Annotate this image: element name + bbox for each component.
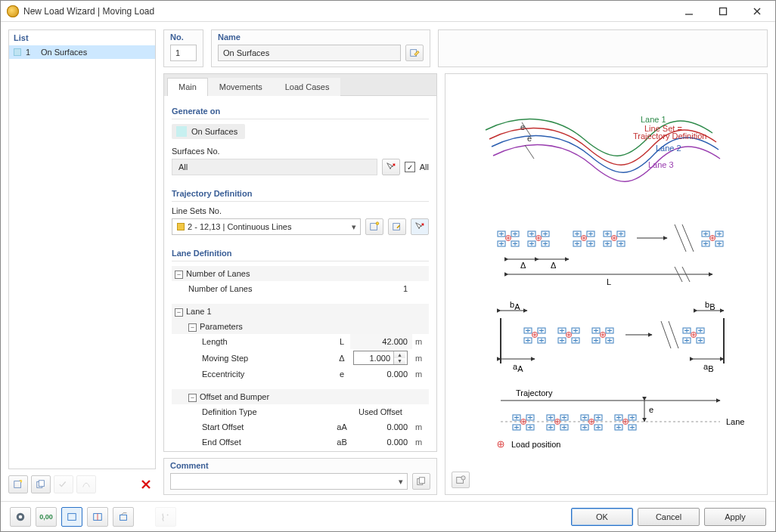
collapse-toggle-icon[interactable]: − [175,308,183,317]
list-header: List [9,30,155,45]
new-line-set-button[interactable] [365,218,383,235]
svg-line-63 [669,321,678,348]
tab-load-cases[interactable]: Load Cases [274,78,341,96]
svg-text:bA: bA [510,300,520,311]
collapse-toggle-icon[interactable]: − [175,271,183,279]
svg-rect-19 [419,478,424,484]
ok-button[interactable]: OK [571,508,633,526]
units-button[interactable]: 0,00 [36,507,57,527]
pick-line-set-button[interactable] [411,218,429,235]
svg-text:bB: bB [705,300,715,311]
svg-line-43 [525,145,534,159]
end-offset-value[interactable]: 0.000 [350,435,412,450]
svg-text:L: L [607,277,611,286]
chevron-down-icon: ▾ [399,477,403,487]
surfaces-type-icon [176,126,187,137]
svg-text:e: e [527,134,532,143]
svg-point-81 [19,515,23,518]
trajectory-header: Trajectory Definition [172,189,429,198]
generate-on-header: Generate on [172,107,429,116]
view-mode-1-button[interactable] [61,507,82,527]
svg-text:aB: aB [703,362,713,373]
svg-text:Lane 1: Lane 1 [641,115,666,124]
end-offset-label: End Offset [172,435,334,450]
script-button [155,507,176,527]
params-group: Parameters [200,322,243,331]
spin-up-icon[interactable]: ▲ [394,351,405,358]
illustration-area: Lane 1 Line Set = Trajectory Definition … [445,74,767,467]
length-value: 42.000 [350,334,412,349]
definition-type-label: Definition Type [172,404,334,419]
start-offset-label: Start Offset [172,419,334,435]
tab-strip: Main Movements Load Cases [167,77,436,96]
comment-library-button[interactable] [412,473,430,490]
no-header: No. [164,30,203,42]
num-lanes-value[interactable]: 1 [350,281,412,296]
name-field[interactable]: On Surfaces [218,45,401,61]
eccentricity-label: Eccentricity [172,367,334,382]
maximize-button[interactable] [706,2,740,21]
svg-point-79 [461,476,465,480]
tab-main[interactable]: Main [167,78,208,96]
svg-rect-7 [39,481,44,487]
edit-name-button[interactable] [405,45,424,61]
collapse-toggle-icon[interactable]: − [188,323,197,332]
start-offset-value[interactable]: 0.000 [350,419,412,435]
tab-movements[interactable]: Movements [208,78,274,96]
svg-rect-1 [719,8,726,14]
cancel-button[interactable]: Cancel [638,508,700,526]
name-header: Name [212,30,430,42]
eccentricity-value[interactable]: 0.000 [350,367,412,382]
svg-text:e: e [649,405,653,414]
comment-combo[interactable]: ▾ [170,473,408,490]
lane1-group: Lane 1 [186,307,212,316]
all-surfaces-label: All [420,162,429,172]
moving-step-label: Moving Step [172,349,334,367]
svg-text:Δ: Δ [520,261,526,270]
check-uncheck-button [54,475,73,493]
help-button[interactable] [10,507,31,527]
num-lanes-group: Number of Lanes [186,269,250,278]
diagram-settings-button[interactable] [452,472,470,488]
length-label: Length [172,334,334,349]
spin-down-icon[interactable]: ▼ [394,358,405,365]
svg-text:aA: aA [513,362,523,373]
moving-step-spinner[interactable]: ▲▼ [353,351,408,365]
svg-line-62 [661,321,671,348]
list-color-swatch [14,48,21,56]
apply-button[interactable]: Apply [704,508,766,526]
svg-rect-4 [14,481,21,488]
title-bar: New Load Wizard | Moving Load [1,1,775,22]
definition-type-value[interactable]: Used Offset [350,404,412,419]
collapse-toggle-icon[interactable]: − [188,394,197,402]
app-icon [7,5,19,17]
svg-text:Lane: Lane [726,417,744,426]
line-sets-label: Line Sets No. [172,206,429,215]
close-button[interactable] [740,2,774,21]
svg-point-5 [20,480,23,482]
num-lanes-label: Number of Lanes [172,281,334,296]
svg-text:Δ: Δ [551,261,557,270]
copy-item-button[interactable] [31,475,51,493]
no-field[interactable]: 1 [170,45,197,61]
line-set-color-icon [177,223,185,230]
pick-surfaces-button[interactable] [382,159,400,175]
minimize-button[interactable] [672,2,706,21]
svg-rect-82 [68,513,76,520]
all-surfaces-checkbox[interactable]: ✓ [405,162,415,172]
list-item[interactable]: 1 On Surfaces [9,45,155,59]
delete-item-button[interactable] [136,475,156,493]
svg-point-86 [167,514,169,515]
connect-button [76,475,96,493]
line-sets-combo[interactable]: 2 - 12,13 | Continuous Lines ▾ [172,218,361,235]
view-mode-3-button[interactable] [113,507,134,527]
surfaces-no-field[interactable]: All [172,159,377,175]
generate-on-chip[interactable]: On Surfaces [172,124,245,139]
svg-text:Trajectory: Trajectory [516,388,553,397]
window-title: New Load Wizard | Moving Load [23,6,672,17]
offset-group: Offset and Bumper [200,392,269,401]
edit-line-set-button[interactable] [388,218,406,235]
new-item-button[interactable] [8,475,28,493]
chevron-down-icon: ▾ [352,222,356,232]
view-mode-2-button[interactable] [87,507,108,527]
